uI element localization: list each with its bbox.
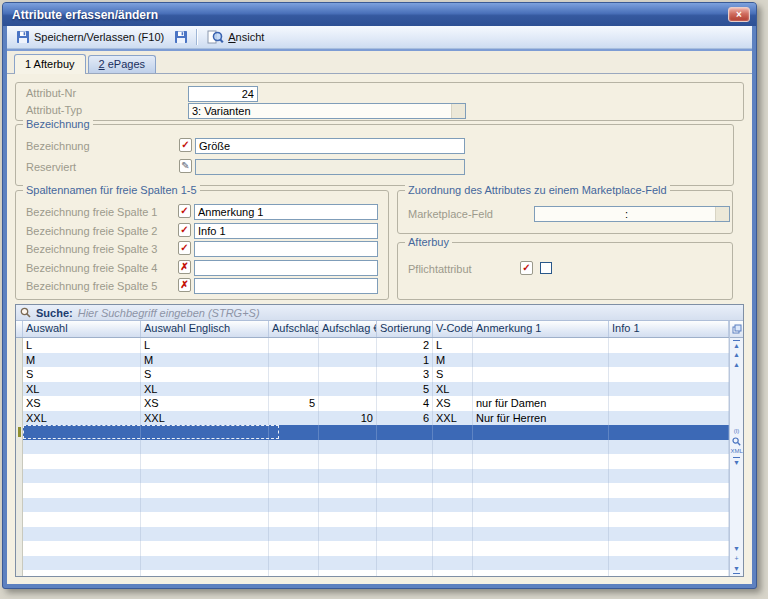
cell (609, 570, 729, 576)
cell: 5 (269, 396, 319, 411)
cell (433, 527, 473, 542)
freie-spalte-input[interactable] (194, 223, 378, 239)
dropdown-button[interactable] (451, 104, 465, 118)
cell (433, 454, 473, 469)
attribute-window: Attribute erfassen/ändern × Speichern/Ve… (2, 2, 757, 589)
column-header[interactable]: Aufschlag (269, 321, 319, 337)
titlebar[interactable]: Attribute erfassen/ändern × (3, 3, 756, 26)
table-row[interactable]: SS3S (16, 367, 729, 382)
next-row-icon[interactable]: ▼ (731, 544, 743, 554)
cell (269, 570, 319, 576)
column-header[interactable]: Auswahl Englisch (141, 321, 269, 337)
table-row[interactable]: XLXL5XL (16, 382, 729, 397)
table-row[interactable]: MM1M (16, 353, 729, 368)
brackets-icon[interactable]: (I) (731, 427, 743, 437)
table-row[interactable] (16, 483, 729, 498)
tab-afterbuy[interactable]: 1 Afterbuy (14, 54, 86, 73)
table-row[interactable] (16, 498, 729, 513)
table-row[interactable] (16, 440, 729, 455)
reserviert-label: Reserviert (26, 161, 76, 173)
cell: XXL (433, 411, 473, 426)
table-row[interactable]: XSXS54XSnur für Damen (16, 396, 729, 411)
append-row-icon[interactable]: + (731, 554, 743, 564)
go-first-icon[interactable]: ▲ (731, 340, 743, 350)
cell: nur für Damen (473, 396, 609, 411)
save-icon (174, 30, 188, 44)
cell (433, 498, 473, 513)
cell (269, 425, 319, 440)
table-row[interactable] (16, 527, 729, 542)
freie-spalte-input[interactable] (194, 241, 378, 257)
table-row[interactable] (16, 454, 729, 469)
check-icon[interactable]: ✓ (520, 261, 533, 275)
table-row[interactable] (16, 469, 729, 484)
attribut-box: Attribut-Nr Attribut-Typ 3: Varianten (15, 82, 744, 121)
bezeichnung-input[interactable] (195, 138, 465, 154)
cell: 1 (377, 353, 433, 368)
column-header[interactable]: Auswahl (23, 321, 141, 337)
pflichtattribut-checkbox[interactable] (540, 262, 552, 274)
cell (141, 512, 269, 527)
cell (23, 527, 141, 542)
cell (433, 570, 473, 576)
close-button[interactable]: × (728, 7, 750, 22)
prev-row-icon[interactable]: ▲ (731, 360, 743, 370)
cell (141, 541, 269, 556)
cell (23, 556, 141, 571)
cross-icon[interactable]: ✗ (178, 260, 191, 274)
column-chooser-button[interactable] (730, 321, 743, 338)
check-icon[interactable]: ✓ (178, 241, 191, 255)
save-button[interactable] (171, 29, 191, 45)
column-header[interactable]: Anmerkung 1 (473, 321, 609, 337)
column-header[interactable]: V-Code (433, 321, 473, 337)
cell (609, 367, 729, 382)
search-icon (20, 307, 31, 318)
grid-searchbar[interactable]: Suche: Hier Suchbegriff eingeben (STRG+S… (16, 305, 743, 321)
check-icon[interactable]: ✓ (178, 223, 191, 237)
attribut-typ-field[interactable]: 3: Varianten (188, 103, 466, 119)
search-input[interactable]: Hier Suchbegriff eingeben (STRG+S) (78, 307, 260, 319)
attribut-nr-input[interactable] (188, 86, 258, 102)
cell (473, 338, 609, 353)
filter-icon[interactable]: ▼ (731, 457, 743, 467)
zoom-search-icon[interactable] (731, 437, 743, 447)
page-up-icon[interactable]: ▲ (731, 350, 743, 360)
cell (269, 382, 319, 397)
freie-spalte-input[interactable] (194, 278, 378, 294)
column-header[interactable]: Info 1 (609, 321, 729, 337)
table-row[interactable] (16, 570, 729, 576)
freie-spalte-label: Bezeichnung freie Spalte 5 (26, 280, 157, 292)
tab-epages[interactable]: 2 ePages (88, 55, 157, 73)
cell (473, 353, 609, 368)
table-row[interactable] (16, 556, 729, 571)
freie-spalte-input[interactable] (194, 204, 378, 220)
table-row[interactable] (16, 512, 729, 527)
save-exit-button[interactable]: Speichern/Verlassen (F10) (11, 29, 169, 45)
cross-icon[interactable]: ✗ (178, 278, 191, 292)
cell (269, 483, 319, 498)
table-row[interactable]: XXLXXL106XXLNur für Herren (16, 411, 729, 426)
cell (319, 454, 377, 469)
edit-icon[interactable]: ✎ (179, 159, 192, 173)
freie-spalte-label: Bezeichnung freie Spalte 3 (26, 243, 157, 255)
xml-icon[interactable]: XML (731, 447, 743, 457)
row-indicator (16, 512, 23, 527)
check-icon[interactable]: ✓ (179, 138, 192, 152)
cell: 4 (377, 396, 433, 411)
check-icon[interactable]: ✓ (178, 204, 191, 218)
table-row[interactable]: LL2L (16, 338, 729, 353)
go-last-icon[interactable]: ▼ (731, 564, 743, 574)
column-header[interactable]: Sortierung (377, 321, 433, 337)
cell (269, 527, 319, 542)
cell (609, 454, 729, 469)
view-button[interactable]: Ansicht (202, 29, 269, 45)
cell (609, 440, 729, 455)
selected-row[interactable] (16, 425, 729, 440)
dropdown-button[interactable] (715, 207, 729, 221)
freie-spalte-input[interactable] (194, 260, 378, 276)
column-header[interactable]: Aufschlag € (319, 321, 377, 337)
table-row[interactable] (16, 541, 729, 556)
cell (141, 469, 269, 484)
row-indicator (16, 556, 23, 571)
cell (269, 454, 319, 469)
